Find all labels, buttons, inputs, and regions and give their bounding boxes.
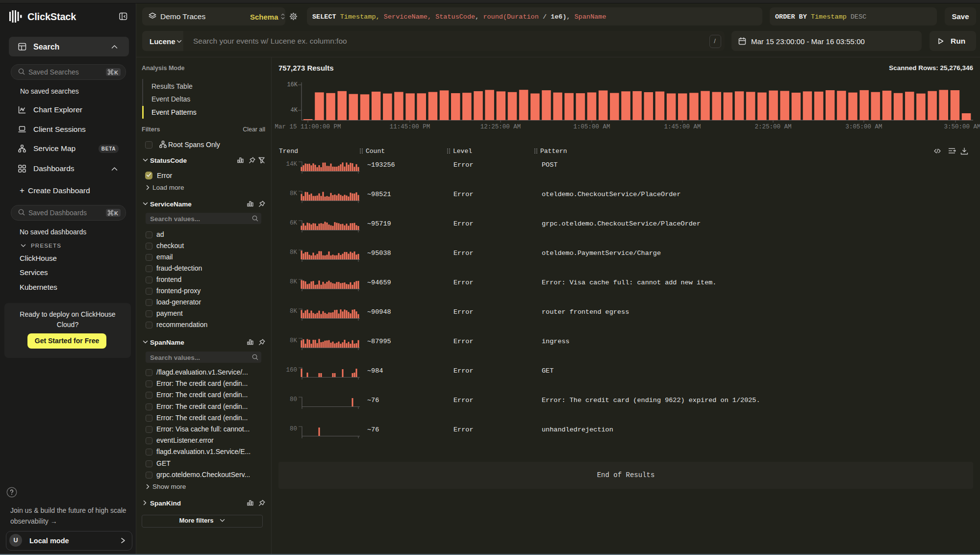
- svg-text:Mar 15 11:00:00 PM: Mar 15 11:00:00 PM: [275, 124, 341, 130]
- svg-text:160: 160: [286, 367, 297, 374]
- svg-text:8K: 8K: [290, 308, 298, 315]
- svg-text:80: 80: [290, 426, 297, 432]
- svg-text:8K: 8K: [290, 249, 298, 256]
- svg-text:11:45:00 PM: 11:45:00 PM: [390, 124, 430, 130]
- svg-text:6K: 6K: [290, 220, 298, 227]
- svg-text:3:05:00 AM: 3:05:00 AM: [845, 124, 882, 130]
- svg-text:8K: 8K: [290, 337, 298, 344]
- svg-text:14K: 14K: [286, 161, 297, 168]
- svg-text:3:50:00 AM: 3:50:00 AM: [944, 124, 980, 130]
- svg-text:4K: 4K: [291, 107, 298, 114]
- svg-text:12:25:00 AM: 12:25:00 AM: [480, 124, 521, 130]
- svg-text:2:25:00 AM: 2:25:00 AM: [754, 124, 791, 130]
- svg-text:80: 80: [290, 396, 297, 403]
- svg-text:16K: 16K: [287, 81, 298, 88]
- svg-text:1:05:00 AM: 1:05:00 AM: [573, 124, 610, 130]
- svg-text:1:45:00 AM: 1:45:00 AM: [664, 124, 701, 130]
- svg-text:8K: 8K: [290, 190, 298, 197]
- svg-text:8K: 8K: [290, 278, 298, 285]
